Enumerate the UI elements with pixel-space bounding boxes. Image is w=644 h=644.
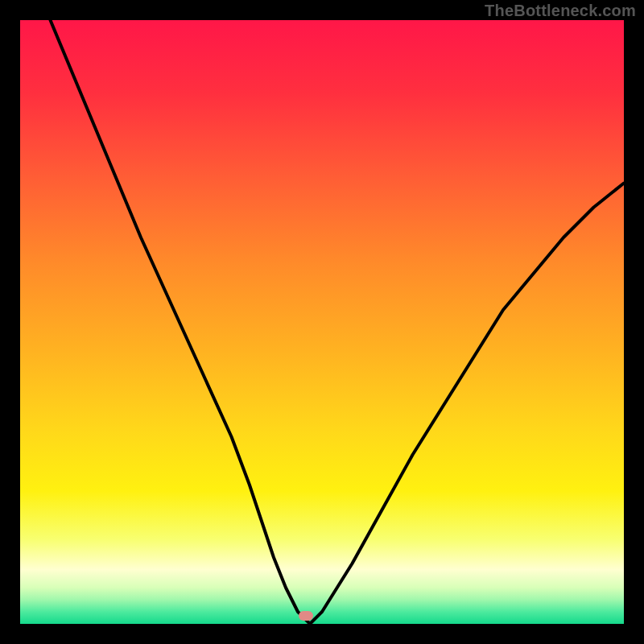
optimal-point-marker (299, 611, 313, 621)
curve-layer (20, 20, 624, 624)
attribution-label: TheBottleneck.com (485, 2, 636, 20)
bottleneck-curve (51, 20, 625, 624)
chart-stage: TheBottleneck.com (0, 0, 644, 644)
plot-area (20, 20, 624, 624)
